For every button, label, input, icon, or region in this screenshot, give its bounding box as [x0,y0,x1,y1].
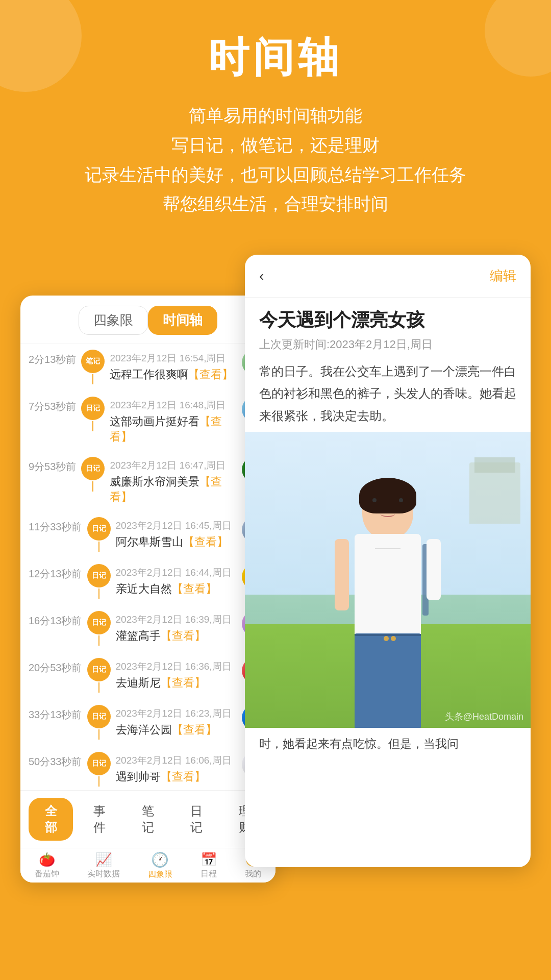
timeline-item: 12分13秒前 日记 2023年2月12日 16:44,周日 亲近大自然【查看】 [20,558,276,605]
item-content: 2023年2月12日 16:48,周日 这部动画片挺好看【查看】 [110,397,238,445]
item-text: 灌篮高手【查看】 [116,628,238,644]
filter-diary[interactable]: 日记 [174,798,219,841]
timeline-line [92,481,93,492]
filter-note[interactable]: 笔记 [126,798,170,841]
item-date: 2023年2月12日 16:54,周日 [110,352,238,365]
timeline-line [92,421,93,431]
nav-tomato-label: 番茄钟 [35,869,59,879]
item-content: 2023年2月12日 16:54,周日 远程工作很爽啊【查看】 [110,350,238,382]
item-text: 威廉斯水帘洞美景【查看】 [110,474,238,505]
item-text: 这部动画片挺好看【查看】 [110,414,238,445]
timeline-list: 2分13秒前 笔记 2023年2月12日 16:54,周日 远程工作很爽啊【查看… [20,344,276,828]
filter-all[interactable]: 全部 [29,798,73,841]
item-content: 2023年2月12日 16:06,周日 遇到帅哥【查看】 [116,752,238,785]
timeline-dot: 日记 [81,457,105,480]
timeline-item: 50分33秒前 日记 2023年2月12日 16:06,周日 遇到帅哥【查看】 [20,746,276,793]
bottom-navigation: 🍅 番茄钟 📈 实时数据 🕐 四象限 📅 日程 🙂 我的 [20,848,276,883]
timeline-item: 9分53秒前 日记 2023年2月12日 16:47,周日 威廉斯水帘洞美景【查… [20,451,276,511]
timeline-panel: 四象限 时间轴 2分13秒前 笔记 2023年2月12日 16:54,周日 远程… [20,296,276,883]
diary-image: 头条@HeatDomain [245,432,531,728]
connector: 日记 [86,752,112,787]
connector: 日记 [86,658,112,693]
timeline-item: 20分53秒前 日记 2023年2月12日 16:36,周日 去迪斯尼【查看】 [20,652,276,699]
nav-tomato[interactable]: 🍅 番茄钟 [35,852,59,879]
item-text: 去迪斯尼【查看】 [116,675,238,691]
item-time: 33分13秒前 [29,705,82,722]
diary-content-after: 时，她看起来有点吃惊。但是，当我问 [245,728,531,760]
timeline-item: 2分13秒前 笔记 2023年2月12日 16:54,周日 远程工作很爽啊【查看… [20,344,276,390]
desc-line-3: 记录生活中的美好，也可以回顾总结学习工作任务 [20,160,531,190]
diary-detail-panel: ‹ 编辑 今天遇到个漂亮女孩 上次更新时间:2023年2月12日,周日 常的日子… [245,255,531,867]
diary-title: 今天遇到个漂亮女孩 [245,298,531,337]
quadrant-icon: 🕐 [151,851,169,868]
item-time: 12分13秒前 [29,564,82,581]
screenshots-area: 四象限 时间轴 2分13秒前 笔记 2023年2月12日 16:54,周日 远程… [20,255,531,918]
item-content: 2023年2月12日 16:45,周日 阿尔卑斯雪山【查看】 [116,517,238,550]
image-watermark: 头条@HeatDomain [445,710,523,723]
timeline-line [98,635,99,646]
panel-tabs: 四象限 时间轴 [20,296,276,344]
diary-content-before: 常的日子。我在公交车上遇到了一个漂亮一件白色的衬衫和黑色的裤子，头发人的香味。她… [245,360,531,427]
item-time: 20分53秒前 [29,658,82,675]
tab-quadrant[interactable]: 四象限 [79,306,148,335]
realtime-icon: 📈 [95,852,112,868]
header-description: 简单易用的时间轴功能 写日记，做笔记，还是理财 记录生活中的美好，也可以回顾总结… [20,101,531,219]
timeline-item: 33分13秒前 日记 2023年2月12日 16:23,周日 去海洋公园【查看】 [20,699,276,746]
diary-header: ‹ 编辑 [245,255,531,298]
tomato-icon: 🍅 [39,852,55,868]
connector: 笔记 [80,350,106,384]
nav-quadrant[interactable]: 🕐 四象限 [148,851,172,880]
item-date: 2023年2月12日 16:36,周日 [116,660,238,673]
nav-realtime-label: 实时数据 [87,869,120,879]
timeline-dot: 日记 [87,705,111,728]
item-text: 亲近大自然【查看】 [116,581,238,597]
connector: 日记 [86,564,112,599]
item-date: 2023年2月12日 16:45,周日 [116,519,238,532]
timeline-dot: 日记 [87,517,111,541]
timeline-item: 16分13秒前 日记 2023年2月12日 16:39,周日 灌篮高手【查看】 [20,605,276,652]
timeline-line [98,682,99,693]
item-content: 2023年2月12日 16:39,周日 灌篮高手【查看】 [116,611,238,644]
item-date: 2023年2月12日 16:48,周日 [110,399,238,412]
item-time: 16分13秒前 [29,611,82,628]
item-text: 远程工作很爽啊【查看】 [110,367,238,382]
nav-mine-label: 我的 [245,869,261,879]
item-time: 7分53秒前 [29,397,76,413]
edit-button[interactable]: 编辑 [490,267,516,285]
nav-schedule[interactable]: 📅 日程 [201,852,217,879]
item-content: 2023年2月12日 16:47,周日 威廉斯水帘洞美景【查看】 [110,457,238,505]
desc-line-4: 帮您组织生活，合理安排时间 [20,189,531,219]
timeline-dot: 笔记 [81,350,105,373]
nav-schedule-label: 日程 [201,869,217,879]
item-content: 2023年2月12日 16:44,周日 亲近大自然【查看】 [116,564,238,597]
item-time: 50分33秒前 [29,752,82,769]
timeline-dot: 日记 [87,611,111,634]
timeline-line [98,542,99,552]
connector: 日记 [80,457,106,492]
item-date: 2023年2月12日 16:47,周日 [110,459,238,472]
item-time: 11分33秒前 [29,517,82,534]
filter-bar: 全部 事件 笔记 日记 理财 [20,790,276,848]
item-text: 遇到帅哥【查看】 [116,769,238,785]
timeline-line [98,776,99,787]
connector: 日记 [86,611,112,646]
item-date: 2023年2月12日 16:06,周日 [116,754,238,767]
connector: 日记 [86,705,112,740]
timeline-dot: 日记 [87,752,111,775]
filter-event[interactable]: 事件 [77,798,121,841]
nav-realtime[interactable]: 📈 实时数据 [87,852,120,879]
item-content: 2023年2月12日 16:36,周日 去迪斯尼【查看】 [116,658,238,691]
timeline-line [98,729,99,740]
tab-timeline[interactable]: 时间轴 [148,306,217,335]
connector: 日记 [86,517,112,552]
item-time: 9分53秒前 [29,457,76,474]
item-date: 2023年2月12日 16:44,周日 [116,566,238,579]
timeline-dot: 日记 [87,564,111,587]
item-time: 2分13秒前 [29,350,76,366]
item-text: 去海洋公园【查看】 [116,722,238,738]
back-button[interactable]: ‹ [259,268,264,284]
app-bottom-spacer [0,918,551,979]
timeline-item: 7分53秒前 日记 2023年2月12日 16:48,周日 这部动画片挺好看【查… [20,390,276,451]
timeline-dot: 日记 [81,397,105,420]
item-text: 阿尔卑斯雪山【查看】 [116,534,238,550]
